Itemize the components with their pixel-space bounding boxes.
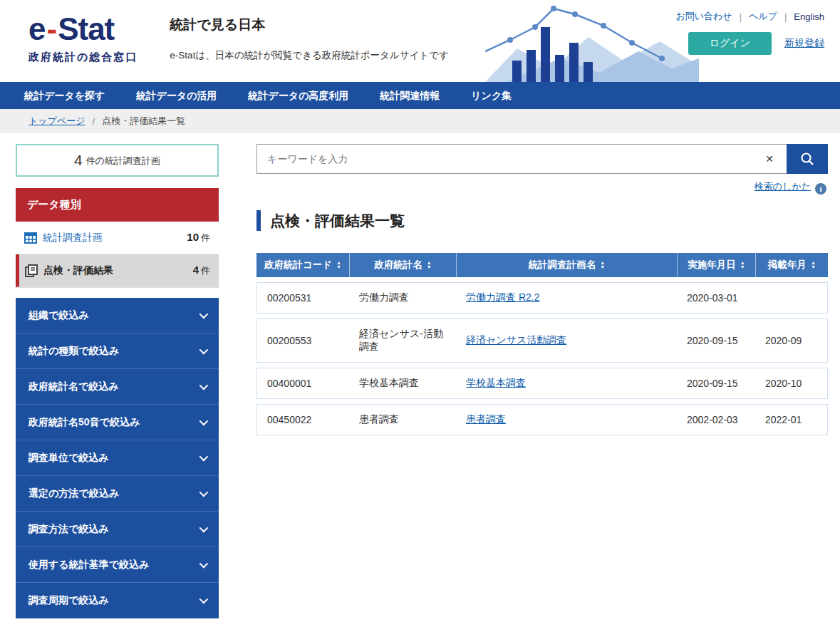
- table-header-row: 政府統計コード▲▼ 政府統計名▲▼ 統計調査計画名▲▼ 実施年月日▲▼ 掲載年月…: [256, 253, 828, 277]
- table-row: 00200531 労働力調査 労働力調査 R2.2 2020-03-01: [256, 282, 828, 314]
- login-button[interactable]: ログイン: [688, 32, 772, 55]
- sort-icon[interactable]: ▲▼: [811, 261, 816, 269]
- search-help-row: 検索のしかたi: [256, 180, 826, 195]
- nav-item-related-info[interactable]: 統計関連情報: [364, 82, 455, 109]
- logo-text: e-Stat: [28, 9, 138, 49]
- cell-name: 学校基本調査: [349, 368, 456, 399]
- search-button[interactable]: [787, 144, 828, 174]
- filter-selection-method[interactable]: 選定の方法で絞込み: [16, 476, 219, 512]
- logo-subtitle: 政府統計の総合窓口: [28, 51, 138, 64]
- chevron-down-icon: [199, 417, 209, 426]
- cell-month: 2022-01: [755, 404, 828, 435]
- nav-item-advanced-use[interactable]: 統計データの高度利用: [232, 82, 364, 109]
- cell-plan: 患者調査: [456, 404, 677, 435]
- nav-item-find-data[interactable]: 統計データを探す: [9, 82, 120, 109]
- register-link[interactable]: 新規登録: [784, 37, 824, 50]
- main-content: ✕ 検索のしかたi 点検・評価結果一覧 政府統計コード▲▼ 政府統計名▲▼: [256, 144, 828, 618]
- column-header-plan[interactable]: 統計調査計画名▲▼: [456, 253, 677, 277]
- column-header-month[interactable]: 掲載年月▲▼: [755, 253, 828, 277]
- nav-item-links[interactable]: リンク集: [455, 82, 527, 109]
- cell-name: 患者調査: [349, 404, 456, 435]
- survey-plan-link[interactable]: 労働力調査 R2.2: [466, 291, 539, 303]
- table-row: 00400001 学校基本調査 学校基本調査 2020-09-15 2020-1…: [256, 368, 828, 399]
- breadcrumb-home-link[interactable]: トップページ: [28, 115, 85, 128]
- cell-code: 00200531: [256, 282, 349, 314]
- result-count-box: 4件の統計調査計画: [16, 144, 219, 177]
- filter-survey-unit[interactable]: 調査単位で絞込み: [16, 440, 219, 476]
- data-type-panel: データ種別 統計調査計画 10件 点検・: [16, 188, 219, 288]
- filter-organization[interactable]: 組織で絞込み: [16, 298, 219, 333]
- table-row: 00450022 患者調査 患者調査 2002-02-03 2022-01: [256, 404, 828, 435]
- result-count-label: 件の統計調査計画: [86, 155, 160, 166]
- cell-month: 2020-09: [755, 319, 828, 363]
- site-description: e-Statは、日本の統計が閲覧できる政府統計ポータルサイトです: [170, 49, 448, 62]
- filter-statistical-standard[interactable]: 使用する統計基準で絞込み: [16, 547, 219, 583]
- chevron-down-icon: [199, 488, 209, 497]
- cell-code: 00400001: [256, 368, 349, 399]
- sort-icon[interactable]: ▲▼: [600, 261, 605, 269]
- sidebar-item-label: 統計調査計画: [43, 232, 187, 244]
- english-link[interactable]: English: [794, 11, 824, 22]
- search-icon: [799, 151, 815, 167]
- cell-month: 2020-10: [755, 368, 828, 399]
- report-icon: [25, 264, 38, 277]
- info-icon[interactable]: i: [815, 183, 826, 195]
- survey-plan-link[interactable]: 経済センサス活動調査: [466, 334, 566, 346]
- sort-icon[interactable]: ▲▼: [336, 261, 341, 269]
- nav-item-use-data[interactable]: 統計データの活用: [120, 82, 232, 109]
- estat-logo[interactable]: e-Stat 政府統計の総合窓口: [28, 9, 138, 64]
- chevron-down-icon: [199, 310, 209, 319]
- sidebar-item-survey-plan[interactable]: 統計調査計画 10件: [16, 222, 219, 254]
- filter-statistics-name-50on[interactable]: 政府統計名50音で絞込み: [16, 405, 219, 440]
- sort-icon[interactable]: ▲▼: [427, 261, 432, 269]
- sidebar-item-count: 4件: [193, 264, 210, 277]
- cell-plan: 労働力調査 R2.2: [456, 282, 677, 314]
- result-count-number: 4: [74, 152, 83, 168]
- chevron-down-icon: [199, 559, 209, 569]
- table-row: 00200553 経済センサス-活動調査 経済センサス活動調査 2020-09-…: [256, 319, 828, 363]
- logo-dash: -: [45, 11, 58, 46]
- filter-statistics-type[interactable]: 統計の種類で絞込み: [16, 333, 219, 369]
- survey-plan-link[interactable]: 患者調査: [466, 413, 506, 425]
- chevron-down-icon: [199, 381, 209, 390]
- results-table: 政府統計コード▲▼ 政府統計名▲▼ 統計調査計画名▲▼ 実施年月日▲▼ 掲載年月…: [256, 248, 828, 440]
- site-title-block: 統計で見る日本 e-Statは、日本の統計が閲覧できる政府統計ポータルサイトです: [170, 9, 448, 62]
- clear-search-button[interactable]: ✕: [752, 153, 787, 165]
- contact-link[interactable]: お問い合わせ: [675, 10, 732, 23]
- survey-plan-link[interactable]: 学校基本調査: [466, 377, 526, 388]
- sort-icon[interactable]: ▲▼: [740, 261, 745, 269]
- data-type-header: データ種別: [16, 188, 219, 222]
- column-header-date[interactable]: 実施年月日▲▼: [677, 253, 755, 277]
- link-separator: |: [784, 11, 787, 22]
- chevron-down-icon: [199, 524, 209, 533]
- main-nav: 統計データを探す 統計データの活用 統計データの高度利用 統計関連情報 リンク集: [0, 82, 840, 109]
- site-title: 統計で見る日本: [170, 16, 448, 34]
- cell-date: 2002-02-03: [677, 404, 755, 435]
- page-title: 点検・評価結果一覧: [256, 210, 828, 231]
- site-header: e-Stat 政府統計の総合窓口 統計で見る日本 e-Statは、日本の統計が閲…: [0, 0, 840, 82]
- cell-plan: 学校基本調査: [456, 368, 677, 399]
- header-utility: お問い合わせ | ヘルプ | English ログイン 新規登録: [675, 10, 824, 55]
- column-header-name[interactable]: 政府統計名▲▼: [349, 253, 456, 277]
- column-header-code[interactable]: 政府統計コード▲▼: [256, 253, 349, 277]
- filter-survey-cycle[interactable]: 調査周期で絞込み: [16, 583, 219, 618]
- cell-name: 経済センサス-活動調査: [349, 319, 456, 363]
- cell-code: 00200553: [256, 319, 349, 363]
- search-bar: ✕: [256, 144, 828, 174]
- breadcrumb-current: 点検・評価結果一覧: [102, 115, 185, 128]
- cell-date: 2020-03-01: [677, 282, 755, 314]
- search-input[interactable]: [257, 153, 752, 165]
- decorative-chart-graphic: [485, 0, 699, 82]
- help-link[interactable]: ヘルプ: [749, 10, 777, 23]
- cell-name: 労働力調査: [349, 282, 456, 314]
- cell-code: 00450022: [256, 404, 349, 435]
- filter-statistics-name[interactable]: 政府統計名で絞込み: [16, 369, 219, 405]
- breadcrumb: トップページ / 点検・評価結果一覧: [0, 109, 840, 133]
- chevron-down-icon: [199, 595, 209, 604]
- search-help-link[interactable]: 検索のしかた: [755, 181, 811, 192]
- cell-date: 2020-09-15: [677, 368, 755, 399]
- table-icon: [24, 232, 37, 244]
- filter-survey-method[interactable]: 調査方法で絞込み: [16, 512, 219, 547]
- sidebar-item-review-results[interactable]: 点検・評価結果 4件: [16, 254, 219, 287]
- cell-date: 2020-09-15: [677, 319, 755, 363]
